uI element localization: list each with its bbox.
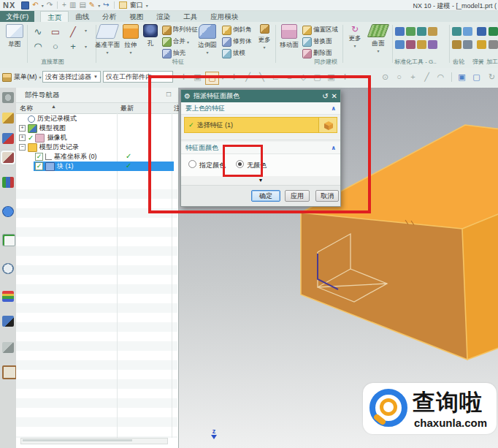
- unite-button[interactable]: 合并▾: [162, 37, 189, 47]
- spring-tool-icon-2[interactable]: [477, 40, 486, 49]
- image-gallery-icon[interactable]: [2, 365, 17, 379]
- curves-more-icon[interactable]: ▾: [85, 28, 87, 33]
- point-icon-5[interactable]: ◠: [434, 72, 447, 83]
- std-tool-icon-3[interactable]: [417, 27, 426, 36]
- sort-ascending-icon[interactable]: ▲: [51, 104, 56, 109]
- std-tool-icon-1[interactable]: [395, 27, 405, 36]
- navigator-horizontal-scrollbar[interactable]: [20, 438, 168, 444]
- reuse-library-icon[interactable]: [2, 177, 14, 188]
- sketch-button[interactable]: 草图: [3, 24, 26, 48]
- pattern-feature-button[interactable]: 阵列特征: [162, 25, 198, 35]
- tab-file[interactable]: 文件(F): [0, 11, 34, 22]
- std-tool-icon-6[interactable]: [406, 40, 415, 49]
- part-navigator-icon[interactable]: [2, 152, 14, 163]
- point-icon-2[interactable]: ○: [393, 72, 405, 83]
- column-name[interactable]: 名称: [20, 104, 33, 113]
- tab-view[interactable]: 视图: [123, 11, 150, 22]
- machining-tool-icon-1[interactable]: [489, 27, 498, 36]
- point-icon-3[interactable]: +: [407, 72, 419, 83]
- line-icon[interactable]: ╱: [64, 25, 82, 39]
- group-label-sync-modeling[interactable]: 同步建模: [314, 58, 337, 66]
- move-face-button[interactable]: 移动面: [277, 24, 301, 49]
- arc-icon[interactable]: ◠: [29, 39, 47, 54]
- gear-tool-icon-3[interactable]: [452, 40, 461, 49]
- system-materials-icon[interactable]: [2, 316, 14, 327]
- show-shaded-icon[interactable]: ▣: [456, 72, 468, 83]
- hd3d-tools-icon[interactable]: [2, 234, 15, 246]
- redo-icon[interactable]: ↷: [47, 1, 53, 10]
- group-label-feature[interactable]: 特征: [172, 58, 184, 66]
- paste-icon[interactable]: ▤: [79, 1, 85, 10]
- studio-spline-icon[interactable]: ∿: [29, 25, 47, 39]
- jump-icon[interactable]: ↪: [103, 1, 109, 10]
- roles-icon[interactable]: [2, 291, 14, 302]
- tab-render[interactable]: 渲染: [150, 11, 177, 22]
- expand-icon[interactable]: +: [19, 134, 26, 141]
- wcs-z-axis-indicator[interactable]: z: [211, 428, 217, 439]
- group-label-machining[interactable]: 加工: [486, 58, 498, 66]
- circle-icon[interactable]: ○: [47, 39, 64, 54]
- gear-tool-icon-4[interactable]: [463, 40, 472, 49]
- group-label-direct-sketch[interactable]: 直接草图: [41, 58, 64, 66]
- std-tool-icon-5[interactable]: [395, 40, 405, 49]
- group-label-spring[interactable]: 弹簧: [472, 58, 484, 66]
- std-tool-icon-7[interactable]: [417, 40, 426, 49]
- std-tool-icon-8[interactable]: [428, 40, 437, 49]
- tab-analysis[interactable]: 分析: [96, 11, 123, 22]
- copy-icon[interactable]: ▥: [69, 1, 76, 10]
- window-dropdown-icon[interactable]: ▾: [146, 3, 148, 8]
- save-icon[interactable]: [21, 1, 29, 10]
- history-icon[interactable]: [2, 263, 14, 274]
- datum-plane-button[interactable]: 基准平面 ▾: [93, 24, 121, 56]
- point-icon-1[interactable]: ⊙: [379, 72, 391, 83]
- tab-curve[interactable]: 曲线: [69, 11, 96, 22]
- point-icon-4[interactable]: ╱: [421, 72, 433, 83]
- brush-dropdown-icon[interactable]: ▾: [98, 3, 100, 8]
- point-icon[interactable]: +: [64, 39, 82, 54]
- column-latest[interactable]: 最新: [120, 104, 134, 113]
- gear-tool-icon-1[interactable]: [452, 27, 461, 36]
- menu-button[interactable]: 菜单(M) ▾: [2, 71, 42, 83]
- delete-face-button[interactable]: 删除面: [302, 48, 332, 58]
- checkbox-checked-icon[interactable]: ✓: [35, 162, 43, 170]
- checkbox-checked-icon[interactable]: ✓: [35, 153, 43, 161]
- machining-tool-icon-2[interactable]: [489, 40, 498, 49]
- undo-dropdown-icon[interactable]: ▾: [42, 3, 44, 8]
- collapse-tree-icon[interactable]: −: [19, 144, 26, 151]
- draft-button[interactable]: 拔模: [222, 48, 245, 58]
- web-browser-icon[interactable]: [2, 206, 14, 217]
- cut-icon[interactable]: +: [62, 1, 66, 10]
- constraint-navigator-icon[interactable]: [2, 133, 14, 144]
- tab-home[interactable]: 主页: [40, 11, 69, 22]
- assembly-navigator-icon[interactable]: [2, 113, 14, 124]
- group-label-std-tools[interactable]: 标准化工具 - G..: [394, 58, 437, 66]
- std-tool-icon-4[interactable]: [428, 27, 437, 36]
- group-label-gear[interactable]: 齿轮: [453, 58, 464, 66]
- chamfer-button[interactable]: 倒斜角: [222, 25, 252, 35]
- settings-gear-icon[interactable]: [2, 92, 14, 103]
- window-menu[interactable]: 窗口: [130, 1, 143, 10]
- tab-tools[interactable]: 工具: [177, 11, 204, 22]
- process-studio-icon[interactable]: [2, 342, 14, 353]
- gear-tool-icon-2[interactable]: [463, 27, 472, 36]
- expand-icon[interactable]: +: [19, 125, 26, 132]
- spring-tool-icon-1[interactable]: [477, 27, 486, 36]
- feature-more-button[interactable]: 更多 ▾: [254, 24, 275, 50]
- curves-more-icon2[interactable]: ▾: [85, 44, 87, 49]
- scrollbar-thumb[interactable]: [23, 439, 132, 441]
- tab-application[interactable]: 应用模块: [204, 11, 245, 22]
- undo-icon[interactable]: ↶: [32, 1, 38, 10]
- selection-filter-dropdown[interactable]: 没有选择过滤器▼: [42, 71, 101, 83]
- offset-region-button[interactable]: 偏置区域: [302, 25, 338, 35]
- surface-button[interactable]: 曲面 ▾: [367, 24, 390, 54]
- rectangle-icon[interactable]: ▭: [47, 25, 64, 39]
- trim-body-button[interactable]: 修剪体: [222, 37, 252, 47]
- std-tool-icon-2[interactable]: [406, 27, 415, 36]
- show-window-icon[interactable]: ▢: [470, 72, 483, 83]
- brush-icon[interactable]: ✎: [89, 1, 95, 10]
- shell-button[interactable]: 抽壳: [162, 48, 185, 58]
- edge-blend-button[interactable]: 边倒圆 ▾: [194, 24, 221, 56]
- replace-face-button[interactable]: 替换面: [302, 37, 332, 47]
- more2-button[interactable]: ↻ 更多 ▾: [345, 24, 365, 50]
- window-icon[interactable]: [119, 1, 127, 9]
